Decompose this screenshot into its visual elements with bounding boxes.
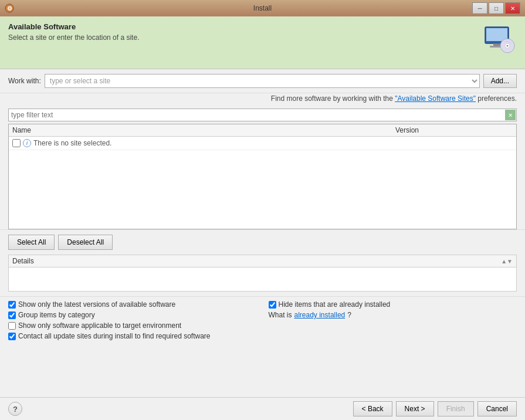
option-contact-update-sites-label: Contact all update sites during install … bbox=[18, 332, 211, 340]
no-site-text: There is no site selected. bbox=[33, 139, 111, 147]
header-title: Available Software bbox=[8, 22, 482, 31]
list-item-checkbox[interactable] bbox=[12, 139, 21, 147]
header-section: Available Software Select a site or ente… bbox=[0, 16, 525, 69]
select-buttons-row: Select All Deselect All bbox=[0, 229, 525, 255]
deselect-all-button[interactable]: Deselect All bbox=[58, 235, 113, 250]
option-latest-versions-label: Show only the latest versions of availab… bbox=[18, 300, 175, 309]
maximize-button[interactable]: □ bbox=[489, 2, 504, 14]
list-header-name: Name bbox=[12, 126, 395, 134]
header-subtitle: Select a site or enter the location of a… bbox=[8, 33, 482, 42]
filter-row: ✕ bbox=[0, 106, 525, 124]
details-label: Details bbox=[12, 257, 34, 265]
list-header-version: Version bbox=[395, 126, 513, 134]
options-grid: Show only the latest versions of availab… bbox=[8, 300, 517, 340]
work-with-select[interactable]: type or select a site bbox=[45, 74, 480, 88]
select-all-button[interactable]: Select All bbox=[8, 235, 55, 250]
header-icon-area bbox=[482, 22, 517, 57]
svg-rect-3 bbox=[486, 28, 507, 41]
bottom-bar: ? < Back Next > Finish Cancel bbox=[0, 397, 525, 420]
finish-button[interactable]: Finish bbox=[438, 401, 474, 416]
close-button[interactable]: ✕ bbox=[505, 2, 520, 14]
svg-text:⚙: ⚙ bbox=[7, 5, 12, 12]
option-latest-versions: Show only the latest versions of availab… bbox=[8, 300, 257, 309]
help-button[interactable]: ? bbox=[8, 402, 22, 416]
option-what-is-installed: What is already installed? bbox=[269, 311, 517, 319]
option-group-by-category-label: Group items by category bbox=[18, 311, 95, 319]
header-text: Available Software Select a site or ente… bbox=[8, 22, 482, 42]
monitor-cd-icon bbox=[483, 23, 516, 56]
minimize-button[interactable]: ─ bbox=[472, 2, 487, 14]
option-group-by-category: Group items by category bbox=[8, 311, 257, 319]
available-software-sites-link[interactable]: "Available Software Sites" bbox=[395, 94, 476, 103]
option-hide-installed: Hide items that are already installed bbox=[269, 300, 517, 309]
option-group-by-category-checkbox[interactable] bbox=[8, 311, 16, 319]
details-scroll-indicator: ▲▼ bbox=[501, 258, 513, 265]
option-contact-update-sites-checkbox[interactable] bbox=[8, 333, 16, 340]
option-applicable-to-target: Show only software applicable to target … bbox=[8, 321, 257, 330]
option-hide-installed-label: Hide items that are already installed bbox=[279, 300, 391, 309]
what-is-installed-prefix: What is bbox=[269, 311, 292, 319]
title-bar-left: ⚙ bbox=[5, 4, 14, 13]
info-icon: i bbox=[23, 139, 31, 147]
window-title: Install bbox=[253, 4, 272, 12]
app-icon: ⚙ bbox=[5, 4, 14, 13]
option-contact-update-sites: Contact all update sites during install … bbox=[8, 332, 517, 340]
svg-point-8 bbox=[507, 45, 509, 47]
list-header: Name Version bbox=[9, 124, 516, 137]
cancel-button[interactable]: Cancel bbox=[477, 401, 517, 416]
option-hide-installed-checkbox[interactable] bbox=[269, 301, 276, 309]
title-bar-controls: ─ □ ✕ bbox=[472, 2, 520, 14]
back-button[interactable]: < Back bbox=[353, 401, 392, 416]
already-installed-link[interactable]: already installed bbox=[294, 311, 346, 319]
details-body bbox=[9, 267, 516, 291]
details-section: Details ▲▼ bbox=[8, 255, 517, 292]
options-section: Show only the latest versions of availab… bbox=[0, 296, 525, 345]
svg-rect-4 bbox=[493, 43, 500, 46]
bottom-left: ? bbox=[8, 402, 22, 416]
option-latest-versions-checkbox[interactable] bbox=[8, 301, 16, 309]
option-applicable-to-target-label: Show only software applicable to target … bbox=[18, 321, 181, 330]
option-applicable-to-target-checkbox[interactable] bbox=[8, 322, 16, 330]
list-item: i There is no site selected. bbox=[9, 137, 516, 150]
find-more-row: Find more software by working with the "… bbox=[0, 93, 525, 106]
find-more-suffix: preferences. bbox=[476, 94, 517, 103]
find-more-prefix: Find more software by working with the bbox=[271, 94, 395, 103]
bottom-right: < Back Next > Finish Cancel bbox=[353, 401, 517, 416]
work-with-row: Work with: type or select a site Add... bbox=[0, 69, 525, 93]
what-is-installed-suffix: ? bbox=[347, 311, 351, 319]
main-content: Available Software Select a site or ente… bbox=[0, 16, 525, 420]
filter-clear-button[interactable]: ✕ bbox=[505, 110, 516, 120]
filter-input[interactable] bbox=[8, 109, 517, 121]
next-button[interactable]: Next > bbox=[396, 401, 434, 416]
filter-input-wrapper: ✕ bbox=[8, 109, 517, 121]
title-bar: ⚙ Install ─ □ ✕ bbox=[0, 0, 525, 16]
add-button[interactable]: Add... bbox=[483, 74, 517, 88]
software-list-container[interactable]: Name Version i There is no site selected… bbox=[8, 124, 517, 229]
details-header: Details ▲▼ bbox=[9, 255, 516, 267]
work-with-label: Work with: bbox=[8, 77, 41, 85]
